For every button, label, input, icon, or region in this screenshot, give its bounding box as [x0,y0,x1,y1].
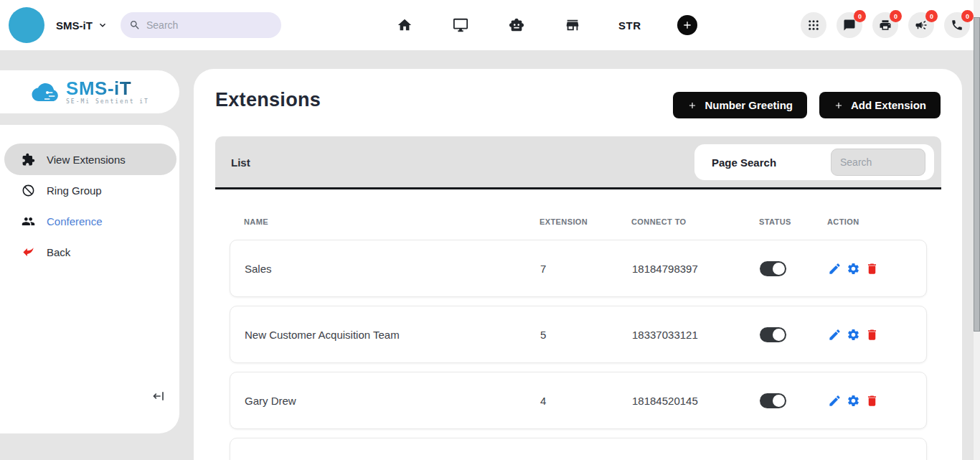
block-icon [22,184,35,197]
add-new-button[interactable] [677,15,697,35]
add-extension-label: Add Extension [851,99,926,111]
str-label: STR [618,19,641,32]
column-header-status: STATUS [759,217,827,226]
status-toggle[interactable] [760,393,786,408]
sidebar-collapse-button[interactable] [152,389,168,403]
home-nav-button[interactable] [395,17,415,33]
plus-icon [682,19,693,31]
messages-button[interactable]: 0 [837,12,862,38]
calls-button[interactable]: 0 [944,12,970,38]
table-row: Gary Drew 4 18184520145 [230,372,927,429]
sidebar-item-ring-group[interactable]: Ring Group [0,175,179,206]
delete-icon[interactable] [865,262,879,276]
extension-name: Gary Drew [230,395,540,407]
home-icon [397,17,413,33]
fax-button[interactable]: 0 [872,12,898,38]
monitor-icon [453,17,468,33]
right-nav: 0 0 0 0 [801,12,970,38]
fax-badge: 0 [890,10,902,22]
extensions-panel: Extensions Number Greeting Add Extension… [194,69,962,460]
workspace-switcher[interactable]: SMS-iT [56,0,108,50]
connect-to-number: 18184520145 [632,395,760,407]
column-header-name: NAME [230,217,540,226]
printer-icon [879,19,892,32]
column-header-action: ACTION [827,217,927,226]
sidebar-item-label: Ring Group [47,184,102,197]
sidebar-logo-card: SMS-iT SE-Mi Sentient iT [0,70,179,113]
table-header-row: NAME EXTENSION CONNECT TO STATUS ACTION [230,217,927,226]
sidebar-menu: View Extensions Ring Group Conference Ba… [0,125,179,433]
number-greeting-button[interactable]: Number Greeting [673,92,807,118]
global-search [121,12,281,38]
row-actions [828,328,926,342]
str-nav-button[interactable]: STR [618,19,641,32]
page-search-input[interactable] [831,149,925,176]
people-icon [22,215,35,228]
chat-icon [843,19,856,32]
table-row: Sales 7 18184798397 [230,240,927,297]
list-header-bar: List Page Search [215,136,941,189]
edit-icon[interactable] [828,328,842,342]
connect-to-number: 18184798397 [632,263,760,275]
apps-menu-button[interactable] [801,12,826,38]
settings-icon[interactable] [847,394,860,408]
add-extension-button[interactable]: Add Extension [819,92,941,118]
delete-icon[interactable] [865,394,879,408]
row-actions [828,262,926,276]
extension-number: 4 [540,395,632,407]
sidebar-logo-title: SMS-iT [66,79,149,98]
global-search-input[interactable] [146,19,261,31]
megaphone-icon [915,19,928,32]
collapse-icon [152,389,166,403]
page-title: Extensions [215,89,321,111]
settings-icon[interactable] [847,262,860,276]
sidebar-item-label: Conference [47,215,103,227]
plus-icon [687,100,697,111]
page-scrollbar[interactable] [974,0,980,460]
campaigns-button[interactable]: 0 [908,12,934,38]
column-header-connect-to: CONNECT TO [631,217,759,226]
extension-number: 7 [540,263,632,275]
desktop-nav-button[interactable] [451,17,471,33]
phone-icon [951,19,963,32]
extension-number: 5 [540,329,632,341]
campaigns-badge: 0 [925,10,938,22]
page-search-label: Page Search [712,156,776,169]
chevron-down-icon [97,19,108,31]
edit-icon[interactable] [828,394,842,408]
table-row: New Customer Acquisition Team 5 18337033… [230,306,927,363]
settings-icon[interactable] [847,328,860,342]
robot-icon [509,17,524,33]
sidebar-item-conference[interactable]: Conference [0,206,179,237]
edit-icon[interactable] [828,262,842,276]
puzzle-icon [22,153,35,166]
status-toggle[interactable] [760,261,786,276]
back-arrow-icon [22,245,35,259]
page-search: Page Search [694,144,934,180]
messages-badge: 0 [854,10,866,22]
status-toggle[interactable] [760,327,786,342]
center-nav: STR [395,0,697,50]
connect-to-number: 18337033121 [632,329,760,341]
sidebar-item-back[interactable]: Back [0,237,179,268]
scrollbar-thumb[interactable] [974,17,980,332]
apps-grid-icon [807,19,820,32]
bot-nav-button[interactable] [507,17,527,33]
cloud-logo-icon [30,80,62,104]
workspace-name: SMS-iT [56,19,93,32]
sidebar-logo-tagline: SE-Mi Sentient iT [66,99,149,105]
store-nav-button[interactable] [562,17,583,33]
delete-icon[interactable] [865,328,879,342]
extension-name: Sales [230,263,540,275]
column-header-extension: EXTENSION [540,217,631,226]
row-actions [828,394,926,408]
list-title: List [231,156,250,168]
sidebar-item-view-extensions[interactable]: View Extensions [4,144,176,175]
top-bar: SMS-iT STR 0 [0,0,980,50]
table-row [230,438,927,460]
extensions-table: NAME EXTENSION CONNECT TO STATUS ACTION … [230,192,927,460]
search-icon [129,19,141,31]
header-actions: Number Greeting Add Extension [673,92,941,118]
sidebar-item-label: Back [47,246,70,258]
avatar[interactable] [9,7,44,43]
